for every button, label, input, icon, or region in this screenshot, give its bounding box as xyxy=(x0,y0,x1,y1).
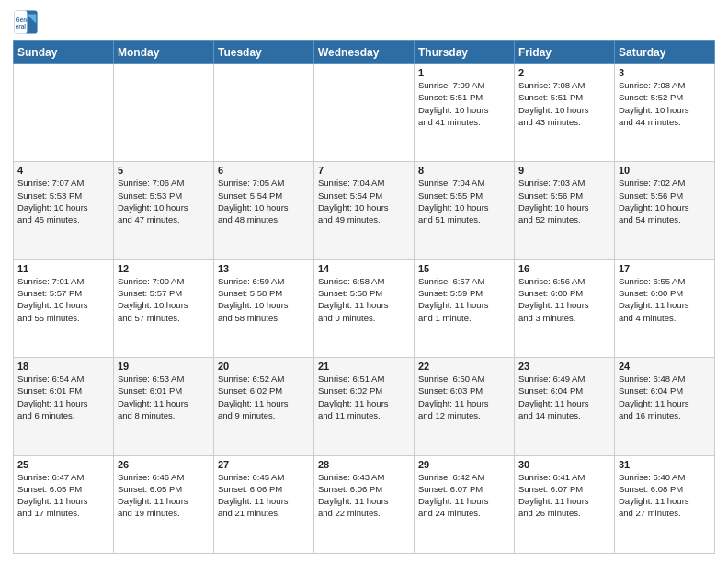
day-info: Sunrise: 6:58 AMSunset: 5:58 PMDaylight:… xyxy=(318,275,410,324)
calendar-cell: 13Sunrise: 6:59 AMSunset: 5:58 PMDayligh… xyxy=(214,259,314,357)
logo-icon: Gen- eral xyxy=(13,9,39,35)
calendar-cell: 25Sunrise: 6:47 AMSunset: 6:05 PMDayligh… xyxy=(14,455,114,553)
day-info: Sunrise: 7:04 AMSunset: 5:54 PMDaylight:… xyxy=(318,177,410,225)
day-info: Sunrise: 6:43 AMSunset: 6:06 PMDaylight:… xyxy=(318,471,410,520)
day-number: 24 xyxy=(619,361,711,372)
day-info: Sunrise: 7:08 AMSunset: 5:51 PMDaylight:… xyxy=(518,79,610,128)
calendar-cell: 23Sunrise: 6:49 AMSunset: 6:04 PMDayligh… xyxy=(515,358,615,455)
calendar-cell: 30Sunrise: 6:41 AMSunset: 6:07 PMDayligh… xyxy=(515,455,615,553)
day-number: 19 xyxy=(118,361,210,372)
calendar-week-1: 1Sunrise: 7:09 AMSunset: 5:51 PMDaylight… xyxy=(14,64,715,162)
day-info: Sunrise: 7:06 AMSunset: 5:53 PMDaylight:… xyxy=(118,177,210,225)
day-info: Sunrise: 6:59 AMSunset: 5:58 PMDaylight:… xyxy=(218,275,310,324)
calendar-cell: 9Sunrise: 7:03 AMSunset: 5:56 PMDaylight… xyxy=(515,162,615,259)
calendar-cell: 7Sunrise: 7:04 AMSunset: 5:54 PMDaylight… xyxy=(314,162,415,259)
day-number: 3 xyxy=(619,67,711,78)
calendar-cell: 31Sunrise: 6:40 AMSunset: 6:08 PMDayligh… xyxy=(615,455,715,553)
day-info: Sunrise: 7:08 AMSunset: 5:52 PMDaylight:… xyxy=(619,79,711,128)
calendar-cell: 20Sunrise: 6:52 AMSunset: 6:02 PMDayligh… xyxy=(214,358,314,455)
calendar-cell: 22Sunrise: 6:50 AMSunset: 6:03 PMDayligh… xyxy=(415,358,515,455)
day-info: Sunrise: 6:51 AMSunset: 6:02 PMDaylight:… xyxy=(318,373,410,421)
day-number: 26 xyxy=(118,459,210,470)
day-info: Sunrise: 6:55 AMSunset: 6:00 PMDaylight:… xyxy=(619,275,711,324)
calendar-cell: 4Sunrise: 7:07 AMSunset: 5:53 PMDaylight… xyxy=(14,162,114,259)
calendar-cell: 27Sunrise: 6:45 AMSunset: 6:06 PMDayligh… xyxy=(214,455,314,553)
calendar-cell: 10Sunrise: 7:02 AMSunset: 5:56 PMDayligh… xyxy=(615,162,715,259)
day-number: 8 xyxy=(418,165,510,176)
day-info: Sunrise: 6:40 AMSunset: 6:08 PMDaylight:… xyxy=(619,471,711,520)
weekday-header-wednesday: Wednesday xyxy=(314,41,415,64)
calendar-cell: 2Sunrise: 7:08 AMSunset: 5:51 PMDaylight… xyxy=(515,64,615,162)
day-info: Sunrise: 7:07 AMSunset: 5:53 PMDaylight:… xyxy=(17,177,109,225)
day-info: Sunrise: 6:46 AMSunset: 6:05 PMDaylight:… xyxy=(118,471,210,520)
calendar-cell xyxy=(214,64,314,162)
day-info: Sunrise: 6:42 AMSunset: 6:07 PMDaylight:… xyxy=(418,471,510,520)
calendar-week-5: 25Sunrise: 6:47 AMSunset: 6:05 PMDayligh… xyxy=(14,455,715,553)
day-number: 9 xyxy=(518,165,610,176)
calendar-cell: 15Sunrise: 6:57 AMSunset: 5:59 PMDayligh… xyxy=(415,259,515,357)
calendar-cell: 28Sunrise: 6:43 AMSunset: 6:06 PMDayligh… xyxy=(314,455,415,553)
day-number: 27 xyxy=(218,459,310,470)
calendar-cell: 1Sunrise: 7:09 AMSunset: 5:51 PMDaylight… xyxy=(415,64,515,162)
calendar-cell: 8Sunrise: 7:04 AMSunset: 5:55 PMDaylight… xyxy=(415,162,515,259)
day-number: 23 xyxy=(518,361,610,372)
day-info: Sunrise: 7:01 AMSunset: 5:57 PMDaylight:… xyxy=(17,275,109,324)
weekday-header-saturday: Saturday xyxy=(615,41,715,64)
calendar-cell: 11Sunrise: 7:01 AMSunset: 5:57 PMDayligh… xyxy=(14,259,114,357)
day-info: Sunrise: 6:48 AMSunset: 6:04 PMDaylight:… xyxy=(619,373,711,421)
weekday-header-row: SundayMondayTuesdayWednesdayThursdayFrid… xyxy=(14,41,715,64)
day-info: Sunrise: 6:56 AMSunset: 6:00 PMDaylight:… xyxy=(518,275,610,324)
day-info: Sunrise: 6:47 AMSunset: 6:05 PMDaylight:… xyxy=(17,471,109,520)
calendar-cell xyxy=(314,64,415,162)
day-number: 22 xyxy=(418,361,510,372)
calendar-cell: 6Sunrise: 7:05 AMSunset: 5:54 PMDaylight… xyxy=(214,162,314,259)
day-number: 28 xyxy=(318,459,410,470)
day-info: Sunrise: 6:53 AMSunset: 6:01 PMDaylight:… xyxy=(118,373,210,421)
calendar-cell: 26Sunrise: 6:46 AMSunset: 6:05 PMDayligh… xyxy=(114,455,214,553)
day-number: 20 xyxy=(218,361,310,372)
page: Gen- eral SundayMondayTuesdayWednesdayTh… xyxy=(0,0,728,563)
calendar-cell xyxy=(114,64,214,162)
logo: Gen- eral xyxy=(13,9,42,35)
day-number: 1 xyxy=(418,67,510,78)
calendar-cell: 16Sunrise: 6:56 AMSunset: 6:00 PMDayligh… xyxy=(515,259,615,357)
day-info: Sunrise: 6:49 AMSunset: 6:04 PMDaylight:… xyxy=(518,373,610,421)
svg-text:eral: eral xyxy=(16,23,26,29)
day-info: Sunrise: 7:03 AMSunset: 5:56 PMDaylight:… xyxy=(518,177,610,225)
svg-text:Gen-: Gen- xyxy=(16,17,28,23)
day-info: Sunrise: 7:00 AMSunset: 5:57 PMDaylight:… xyxy=(118,275,210,324)
calendar-cell: 21Sunrise: 6:51 AMSunset: 6:02 PMDayligh… xyxy=(314,358,415,455)
day-info: Sunrise: 6:57 AMSunset: 5:59 PMDaylight:… xyxy=(418,275,510,324)
day-info: Sunrise: 7:02 AMSunset: 5:56 PMDaylight:… xyxy=(619,177,711,225)
calendar-cell: 19Sunrise: 6:53 AMSunset: 6:01 PMDayligh… xyxy=(114,358,214,455)
day-number: 7 xyxy=(318,165,410,176)
day-info: Sunrise: 7:09 AMSunset: 5:51 PMDaylight:… xyxy=(418,79,510,128)
day-number: 25 xyxy=(17,459,109,470)
weekday-header-thursday: Thursday xyxy=(415,41,515,64)
weekday-header-sunday: Sunday xyxy=(14,41,114,64)
calendar-table: SundayMondayTuesdayWednesdayThursdayFrid… xyxy=(13,40,715,554)
weekday-header-friday: Friday xyxy=(515,41,615,64)
day-number: 2 xyxy=(518,67,610,78)
day-number: 5 xyxy=(118,165,210,176)
day-number: 29 xyxy=(418,459,510,470)
day-info: Sunrise: 7:05 AMSunset: 5:54 PMDaylight:… xyxy=(218,177,310,225)
weekday-header-tuesday: Tuesday xyxy=(214,41,314,64)
day-number: 18 xyxy=(17,361,109,372)
day-number: 15 xyxy=(418,263,510,274)
calendar-cell: 5Sunrise: 7:06 AMSunset: 5:53 PMDaylight… xyxy=(114,162,214,259)
day-number: 17 xyxy=(619,263,711,274)
day-number: 13 xyxy=(218,263,310,274)
day-info: Sunrise: 6:54 AMSunset: 6:01 PMDaylight:… xyxy=(17,373,109,421)
day-number: 16 xyxy=(518,263,610,274)
day-info: Sunrise: 7:04 AMSunset: 5:55 PMDaylight:… xyxy=(418,177,510,225)
calendar-cell: 24Sunrise: 6:48 AMSunset: 6:04 PMDayligh… xyxy=(615,358,715,455)
day-number: 21 xyxy=(318,361,410,372)
calendar-cell: 18Sunrise: 6:54 AMSunset: 6:01 PMDayligh… xyxy=(14,358,114,455)
weekday-header-monday: Monday xyxy=(114,41,214,64)
calendar-cell: 14Sunrise: 6:58 AMSunset: 5:58 PMDayligh… xyxy=(314,259,415,357)
calendar-cell: 29Sunrise: 6:42 AMSunset: 6:07 PMDayligh… xyxy=(415,455,515,553)
calendar-week-4: 18Sunrise: 6:54 AMSunset: 6:01 PMDayligh… xyxy=(14,358,715,455)
calendar-week-2: 4Sunrise: 7:07 AMSunset: 5:53 PMDaylight… xyxy=(14,162,715,259)
calendar-cell: 12Sunrise: 7:00 AMSunset: 5:57 PMDayligh… xyxy=(114,259,214,357)
